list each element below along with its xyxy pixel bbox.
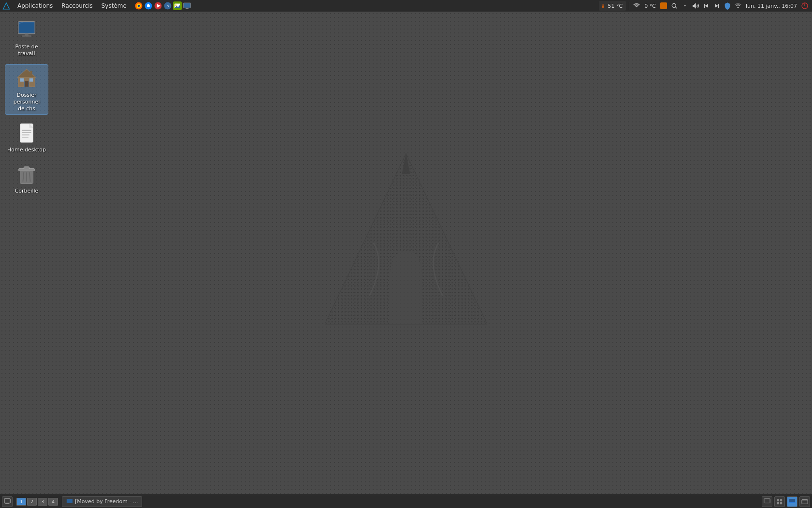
arch-menu-icon[interactable] xyxy=(2,1,11,10)
panel-right: 🌡 51 °C 0 °C xyxy=(599,1,812,11)
weather-icon[interactable] xyxy=(659,1,668,10)
svg-marker-18 xyxy=(693,3,696,9)
svg-rect-36 xyxy=(25,81,29,87)
arch-logo xyxy=(304,141,508,344)
desktop-icons-container: Poste de travail Dossier personnel de ch… xyxy=(5,16,48,196)
svg-rect-56 xyxy=(67,498,72,503)
gallery-icon[interactable] xyxy=(173,1,182,10)
show-desktop-button[interactable] xyxy=(2,496,13,507)
menu-raccourcis[interactable]: Raccourcis xyxy=(58,0,96,12)
workspace-3[interactable]: 3 xyxy=(38,498,47,506)
network-status-icon[interactable] xyxy=(632,1,641,10)
taskbar-left: 1 2 3 4 [Moved by Freedom - ... xyxy=(0,496,142,507)
svg-rect-39 xyxy=(30,71,32,75)
menu-systeme[interactable]: Système xyxy=(98,0,130,12)
svg-rect-59 xyxy=(780,499,782,501)
svg-rect-14 xyxy=(185,9,190,9)
svg-rect-57 xyxy=(764,498,770,503)
top-panel: Applications Raccourcis Système xyxy=(0,0,812,12)
svg-rect-13 xyxy=(186,8,188,9)
menu-applications[interactable]: Applications xyxy=(14,0,57,12)
desktop-icon-poste-de-travail[interactable]: Poste de travail xyxy=(5,16,48,60)
taskbar-icon-4[interactable] xyxy=(799,496,810,507)
datetime-display: lun. 11 janv., 16:07 xyxy=(744,3,798,9)
power-icon[interactable] xyxy=(800,1,809,10)
svg-rect-38 xyxy=(29,78,33,82)
active-app-label: [Moved by Freedom - ... xyxy=(75,498,138,505)
svg-rect-19 xyxy=(704,4,705,8)
media-next-icon[interactable] xyxy=(712,1,721,10)
svg-rect-32 xyxy=(19,23,34,33)
dossier-personnel-label: Dossier personnel de chs xyxy=(7,92,46,113)
svg-rect-64 xyxy=(802,499,808,504)
active-app-button[interactable]: [Moved by Freedom - ... xyxy=(62,496,142,507)
monitor-icon xyxy=(15,18,38,42)
svg-rect-31 xyxy=(22,36,31,37)
workspace-4[interactable]: 4 xyxy=(48,498,58,506)
document-icon xyxy=(15,121,38,145)
home-desktop-label: Home.desktop xyxy=(7,147,46,153)
svg-text:n: n xyxy=(167,4,169,8)
svg-rect-21 xyxy=(718,4,719,8)
svg-line-17 xyxy=(675,7,677,8)
home-icon xyxy=(15,67,38,90)
svg-marker-22 xyxy=(715,4,718,8)
wifi-icon[interactable] xyxy=(734,1,742,10)
temperature-display: 🌡 51 °C xyxy=(599,1,626,11)
svg-rect-53 xyxy=(4,498,10,503)
desktop-icon-home-desktop[interactable]: Home.desktop xyxy=(5,120,48,155)
svg-point-23 xyxy=(738,7,739,8)
svg-rect-15 xyxy=(184,3,190,8)
network-icon[interactable]: n xyxy=(163,1,172,10)
shield-icon[interactable] xyxy=(723,1,732,10)
workspace-1[interactable]: 1 xyxy=(16,498,26,506)
svg-rect-60 xyxy=(777,502,779,504)
workspace-2[interactable]: 2 xyxy=(27,498,37,506)
firefox-icon[interactable] xyxy=(134,1,143,10)
desktop[interactable] xyxy=(0,12,812,494)
svg-rect-61 xyxy=(780,502,782,504)
desktop-icon-dossier-personnel[interactable]: Dossier personnel de chs xyxy=(5,64,48,115)
search-expand-icon[interactable] xyxy=(681,1,689,10)
desktop-icon-corbeille[interactable]: Corbeille xyxy=(5,161,48,196)
taskbar-icon-2[interactable] xyxy=(774,496,785,507)
trash-icon xyxy=(15,163,38,186)
taskbar-right xyxy=(762,496,812,507)
panel-left: Applications Raccourcis Système xyxy=(0,0,599,12)
svg-rect-55 xyxy=(5,503,10,504)
svg-marker-20 xyxy=(705,4,708,8)
bottom-panel: 1 2 3 4 [Moved by Freedom - ... xyxy=(0,494,812,508)
temperature-value: 51 °C xyxy=(607,3,624,9)
search-icon[interactable] xyxy=(670,1,679,10)
taskbar-icon-1[interactable] xyxy=(762,496,772,507)
display-icon[interactable] xyxy=(183,1,191,10)
thunderbird-icon[interactable] xyxy=(144,1,153,10)
svg-point-10 xyxy=(175,4,176,6)
svg-point-2 xyxy=(138,5,140,7)
corbeille-label: Corbeille xyxy=(15,188,39,194)
poste-de-travail-label: Poste de travail xyxy=(7,44,46,58)
taskbar-icon-3[interactable] xyxy=(787,496,798,507)
svg-rect-37 xyxy=(20,78,24,82)
svg-rect-58 xyxy=(777,499,779,501)
workspace-switcher: 1 2 3 4 xyxy=(14,498,60,506)
svg-rect-30 xyxy=(25,34,29,36)
svg-rect-49 xyxy=(24,166,29,169)
svg-rect-54 xyxy=(6,503,9,503)
volume-icon[interactable] xyxy=(691,1,700,10)
svg-marker-35 xyxy=(17,69,36,77)
media-player-icon[interactable] xyxy=(154,1,162,10)
svg-rect-63 xyxy=(789,502,795,503)
weather-temp: 0 °C xyxy=(643,3,657,9)
media-prev-icon[interactable] xyxy=(702,1,710,10)
